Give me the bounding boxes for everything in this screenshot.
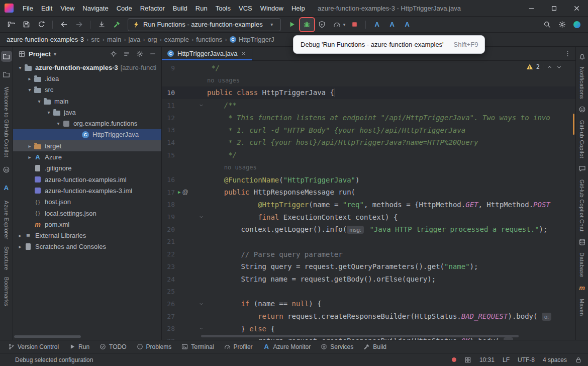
line-number[interactable]: 11 <box>162 102 175 109</box>
line-number[interactable]: 21 <box>162 238 175 245</box>
code-line-10[interactable]: 10public class HttpTriggerJava { <box>162 86 575 99</box>
line-number[interactable]: 22 <box>162 250 175 258</box>
chevron-down-icon[interactable]: ▾ <box>45 110 53 115</box>
line-separator[interactable]: LF <box>503 356 510 363</box>
gutter[interactable] <box>175 326 207 331</box>
code-line-16[interactable]: 16 @FunctionName("HttpTriggerJava") <box>162 173 575 186</box>
tree-item-host-json[interactable]: { }host.json <box>13 197 161 208</box>
chevron-down-icon[interactable]: ▾ <box>26 87 34 93</box>
line-number[interactable]: 27 <box>162 313 175 320</box>
line-number[interactable]: 20 <box>162 226 175 233</box>
gutter[interactable] <box>175 214 207 220</box>
chevron-right-icon[interactable]: ▸ <box>16 244 24 249</box>
code-line-9[interactable]: 9 */ <box>162 62 575 74</box>
prev-problem-icon[interactable] <box>546 64 553 70</box>
tool-structure[interactable]: Structure <box>4 246 10 270</box>
minimize-button[interactable] <box>520 0 543 16</box>
chevron-down-icon[interactable]: ▾ <box>16 65 24 70</box>
editor-horizontal-scrollbar[interactable] <box>201 335 519 337</box>
breadcrumb-org[interactable]: org <box>146 35 159 44</box>
menu-tools[interactable]: Tools <box>212 0 235 16</box>
project-view-icon[interactable] <box>18 50 26 58</box>
search-everywhere-icon[interactable] <box>540 18 554 31</box>
fold-icon[interactable] <box>199 214 204 220</box>
tool-run[interactable]: Run <box>65 342 93 352</box>
menu-run[interactable]: Run <box>191 0 212 16</box>
tab-httptriggerjava[interactable]: C HttpTriggerJava.java <box>162 47 252 60</box>
code-line-12[interactable]: 12 * This function listens at endpoint "… <box>162 112 575 124</box>
memory-grid-icon[interactable] <box>464 356 471 363</box>
menu-code[interactable]: Code <box>113 0 136 16</box>
line-number[interactable]: 25 <box>162 288 175 295</box>
line-number[interactable]: 15 <box>162 151 175 159</box>
tool-services[interactable]: Services <box>317 342 357 352</box>
maximize-button[interactable] <box>543 0 565 16</box>
menu-help[interactable]: Help <box>287 0 309 16</box>
copilot-chat-icon[interactable] <box>576 163 587 174</box>
code-line-25[interactable]: 25 <box>162 285 575 298</box>
code-line-20[interactable]: 20 context.getLogger().info(msg: "Java H… <box>162 223 575 236</box>
more-options-icon[interactable] <box>564 50 571 57</box>
locate-file-icon[interactable] <box>110 50 117 57</box>
close-tab-icon[interactable] <box>241 51 246 56</box>
tool-github-copilot[interactable]: GitHub Copilot <box>579 120 585 158</box>
copilot-icon[interactable] <box>1 164 12 175</box>
update-project-icon[interactable] <box>94 18 109 31</box>
close-button[interactable] <box>565 0 588 16</box>
fold-icon[interactable] <box>199 326 204 331</box>
tool-build[interactable]: Build <box>359 342 390 352</box>
project-tool-icon[interactable] <box>1 51 12 62</box>
line-number[interactable]: 17 <box>162 189 175 196</box>
tool-version-control[interactable]: Version Control <box>4 342 63 352</box>
menu-window[interactable]: Window <box>256 0 287 16</box>
tool-welcome-github-copilot[interactable]: Welcome to GitHub Copilot <box>4 87 10 157</box>
tree-item-azure-function-examples-iml[interactable]: azure-function-examples.iml <box>13 174 161 185</box>
reload-icon[interactable] <box>34 18 48 31</box>
code-line-23[interactable]: 23 String query = request.getQueryParame… <box>162 260 575 273</box>
chevron-down-icon[interactable]: ▾ <box>54 51 56 57</box>
folder-icon[interactable] <box>1 69 12 80</box>
notifications-bell-icon[interactable] <box>576 51 587 62</box>
tree-item-gitignore[interactable]: .gitignore <box>13 163 161 174</box>
azure-action-3-icon[interactable]: A <box>400 18 414 31</box>
line-number[interactable]: 14 <box>162 139 175 146</box>
tool-bookmarks[interactable]: Bookmarks <box>4 277 10 306</box>
azure-a-icon[interactable]: A <box>1 182 12 194</box>
code-line-27[interactable]: 27 return request.createResponseBuilder(… <box>162 310 575 323</box>
chevron-right-icon[interactable]: ▸ <box>16 233 24 238</box>
code-line-11[interactable]: 11 /** <box>162 99 575 112</box>
back-icon[interactable] <box>57 18 71 31</box>
tree-item-azure-function-examples-3[interactable]: ▾azure-function-examples-3[azure-functi <box>13 62 161 73</box>
tree-item-local-settings-json[interactable]: { }local.settings.json <box>13 208 161 219</box>
tool-terminal[interactable]: Terminal <box>177 342 218 352</box>
open-project-icon[interactable] <box>4 18 18 31</box>
tool-todo[interactable]: TODO <box>95 342 130 352</box>
code-line-18[interactable]: 18 @HttpTrigger(name = "req", methods = … <box>162 199 575 211</box>
line-number[interactable]: 28 <box>162 325 175 332</box>
gutter[interactable] <box>175 301 207 307</box>
tree-item-idea[interactable]: ▸.idea <box>13 73 161 84</box>
line-number[interactable]: 13 <box>162 126 175 134</box>
run-method-icon[interactable]: ▶ <box>178 190 180 195</box>
menu-file[interactable]: File <box>19 0 37 16</box>
tree-item-main[interactable]: ▾main <box>13 96 161 107</box>
tree-item-pom-xml[interactable]: mpom.xml <box>13 219 161 230</box>
azure-action-1-icon[interactable]: A <box>370 18 384 31</box>
chevron-right-icon[interactable]: ▸ <box>26 76 34 81</box>
menu-edit[interactable]: Edit <box>37 0 56 16</box>
chevron-down-icon[interactable]: ▾ <box>54 121 62 126</box>
breadcrumb-java[interactable]: java <box>127 35 142 44</box>
scrollbar-warning-mark[interactable] <box>573 114 574 135</box>
tool-github-copilot-chat[interactable]: GitHub Copilot Chat <box>579 179 585 232</box>
tool-profiler[interactable]: Profiler <box>220 342 257 352</box>
line-number[interactable]: 9 <box>162 64 175 72</box>
breadcrumb-httptriggerj[interactable]: CHttpTriggerJ <box>228 35 276 44</box>
indent-style[interactable]: 4 spaces <box>543 356 567 363</box>
maven-icon[interactable]: m <box>576 283 587 294</box>
forward-icon[interactable] <box>72 18 86 31</box>
line-number[interactable]: 10 <box>162 89 175 97</box>
line-number[interactable]: 16 <box>162 176 175 184</box>
inspections-widget[interactable]: 2 <box>526 63 562 70</box>
code-line-13[interactable]: 13 * 1. curl -d "HTTP Body" {your host}/… <box>162 124 575 136</box>
line-number[interactable]: 24 <box>162 276 175 283</box>
